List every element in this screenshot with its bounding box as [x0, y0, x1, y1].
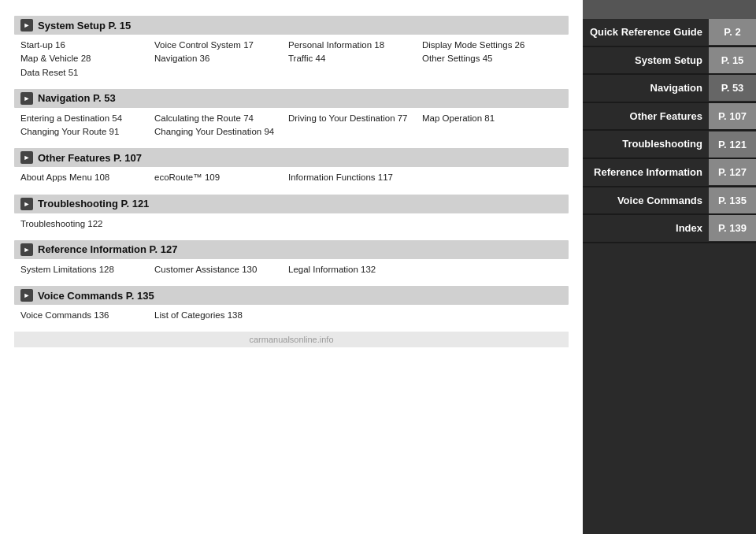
sidebar-nav-item[interactable]: Quick Reference GuideP. 2 — [583, 19, 756, 47]
list-item: Customer Assistance 130 — [154, 263, 280, 276]
section-icon: ► — [20, 243, 33, 256]
list-item: Voice Control System 17 — [154, 39, 280, 52]
sidebar-nav-item[interactable]: IndexP. 139 — [583, 215, 756, 243]
section-icon: ► — [20, 151, 33, 164]
main-content: ►System Setup P. 15Start-up 16Voice Cont… — [0, 0, 583, 534]
list-item: Voice Commands 136 — [20, 309, 146, 322]
section-header-troubleshooting: ►Troubleshooting P. 121 — [14, 195, 569, 213]
sidebar-item-label: Index — [583, 215, 709, 242]
sidebar-item-page: P. 127 — [709, 159, 756, 185]
list-item: List of Categories 138 — [154, 309, 280, 322]
sidebar-item-label: Other Features — [583, 103, 709, 130]
content-row: Troubleshooting 122 — [20, 217, 562, 231]
section-header-other-features: ►Other Features P. 107 — [14, 148, 569, 167]
sidebar-nav-item[interactable]: TroubleshootingP. 121 — [583, 131, 756, 159]
sidebar-item-label: System Setup — [583, 47, 709, 74]
content-row: System Limitations 128Customer Assistanc… — [20, 263, 562, 276]
content-row: Entering a Destination 54Calculating the… — [20, 112, 562, 125]
sidebar-nav-item[interactable]: System SetupP. 15 — [583, 47, 756, 76]
section-voice-commands: ►Voice Commands P. 135Voice Commands 136… — [14, 286, 569, 324]
sidebar-item-page: P. 2 — [709, 19, 756, 45]
section-icon: ► — [20, 92, 33, 105]
sidebar-nav-item[interactable]: NavigationP. 53 — [583, 75, 756, 103]
sidebar-item-label: Quick Reference Guide — [583, 19, 709, 46]
content-row: Start-up 16Voice Control System 17Person… — [20, 39, 562, 52]
list-item: Display Mode Settings 26 — [422, 39, 548, 52]
section-content-system-setup: Start-up 16Voice Control System 17Person… — [14, 35, 569, 81]
list-item: Changing Your Destination 94 — [154, 125, 280, 139]
list-item: ecoRoute™ 109 — [154, 171, 280, 184]
sidebar-item-page: P. 15 — [709, 47, 756, 73]
section-reference-information: ►Reference Information P. 127System Limi… — [14, 240, 569, 278]
content-row: Voice Commands 136List of Categories 138 — [20, 309, 562, 322]
sidebar-item-page: P. 135 — [709, 187, 756, 213]
sidebar-title — [583, 0, 756, 19]
section-header-reference-information: ►Reference Information P. 127 — [14, 240, 569, 259]
list-item: Information Functions 117 — [288, 171, 414, 184]
section-header-navigation: ►Navigation P. 53 — [14, 89, 569, 108]
list-item: Calculating the Route 74 — [154, 112, 280, 125]
list-item: Personal Information 18 — [288, 39, 414, 52]
section-content-reference-information: System Limitations 128Customer Assistanc… — [14, 259, 569, 278]
watermark: carmanualsonline.info — [14, 332, 569, 347]
list-item: About Apps Menu 108 — [20, 171, 146, 184]
list-item: Map Operation 81 — [422, 112, 548, 125]
list-item: Driving to Your Destination 77 — [288, 112, 414, 125]
sidebar-item-page: P. 107 — [709, 103, 756, 129]
section-header-voice-commands: ►Voice Commands P. 135 — [14, 286, 569, 305]
sidebar-nav-item[interactable]: Other FeaturesP. 107 — [583, 103, 756, 132]
section-troubleshooting: ►Troubleshooting P. 121Troubleshooting 1… — [14, 195, 569, 232]
list-item: Navigation 36 — [154, 52, 280, 65]
content-row: About Apps Menu 108ecoRoute™ 109Informat… — [20, 171, 562, 184]
sidebar-item-label: Navigation — [583, 75, 709, 102]
section-icon: ► — [20, 289, 33, 302]
sidebar-nav-item[interactable]: Reference InformationP. 127 — [583, 159, 756, 187]
sidebar-item-label: Voice Commands — [583, 187, 709, 214]
sidebar: Quick Reference GuideP. 2System SetupP. … — [583, 0, 756, 534]
section-header-system-setup: ►System Setup P. 15 — [14, 16, 569, 35]
list-item: Troubleshooting 122 — [20, 217, 146, 231]
sidebar-item-label: Troubleshooting — [583, 131, 709, 158]
sidebar-nav-item[interactable]: Voice CommandsP. 135 — [583, 187, 756, 216]
list-item: Traffic 44 — [288, 52, 414, 65]
sidebar-item-page: P. 139 — [709, 215, 756, 241]
section-content-voice-commands: Voice Commands 136List of Categories 138 — [14, 305, 569, 324]
content-row: Data Reset 51 — [20, 66, 562, 80]
list-item: Other Settings 45 — [422, 52, 548, 65]
section-other-features: ►Other Features P. 107About Apps Menu 10… — [14, 148, 569, 186]
content-row: Map & Vehicle 28Navigation 36Traffic 44O… — [20, 52, 562, 65]
list-item: Data Reset 51 — [20, 66, 146, 80]
list-item: Legal Information 132 — [288, 263, 414, 276]
section-icon: ► — [20, 19, 33, 32]
section-icon: ► — [20, 198, 33, 210]
section-content-other-features: About Apps Menu 108ecoRoute™ 109Informat… — [14, 167, 569, 186]
section-content-troubleshooting: Troubleshooting 122 — [14, 213, 569, 232]
list-item: Start-up 16 — [20, 39, 146, 52]
sidebar-item-page: P. 53 — [709, 75, 756, 101]
list-item: Entering a Destination 54 — [20, 112, 146, 125]
list-item: Map & Vehicle 28 — [20, 52, 146, 65]
section-navigation: ►Navigation P. 53Entering a Destination … — [14, 89, 569, 141]
sidebar-item-page: P. 121 — [709, 132, 756, 158]
section-content-navigation: Entering a Destination 54Calculating the… — [14, 108, 569, 141]
list-item: Changing Your Route 91 — [20, 125, 146, 139]
sidebar-item-label: Reference Information — [583, 159, 709, 186]
section-system-setup: ►System Setup P. 15Start-up 16Voice Cont… — [14, 16, 569, 81]
list-item: System Limitations 128 — [20, 263, 146, 276]
content-row: Changing Your Route 91Changing Your Dest… — [20, 125, 562, 139]
